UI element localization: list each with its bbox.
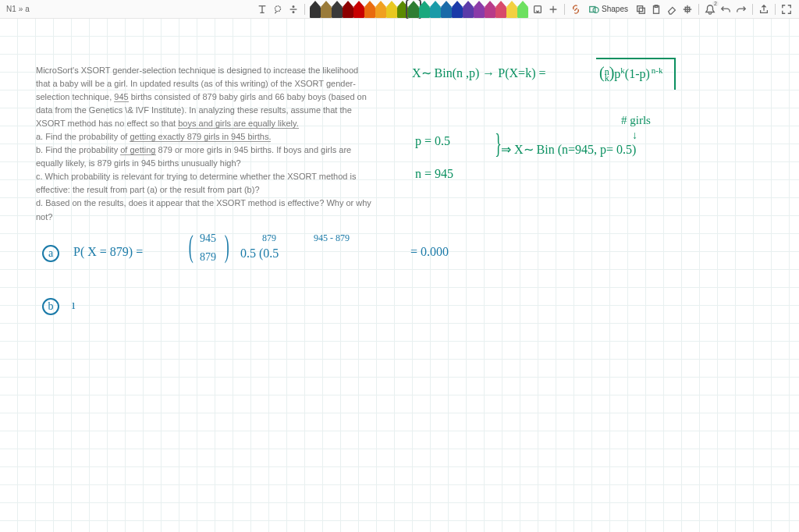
pen-color-12[interactable] — [441, 1, 452, 18]
canvas[interactable]: MicroSort's XSORT gender-selection techn… — [0, 19, 799, 532]
problem-text: MicroSort's XSORT gender-selection techn… — [36, 64, 371, 224]
problem-b2: of getting — [120, 145, 155, 155]
pen-color-14[interactable] — [463, 1, 474, 18]
redo-icon[interactable] — [735, 3, 748, 16]
hand-b-start: ı — [72, 298, 75, 312]
pen-color-2[interactable] — [332, 1, 343, 18]
svg-point-0 — [275, 5, 281, 11]
svg-point-5 — [593, 7, 598, 12]
separator — [698, 4, 699, 15]
grid-icon[interactable] — [681, 3, 694, 16]
pen-palette — [310, 1, 528, 18]
breadcrumb-l2: a — [25, 5, 30, 13]
paste-icon[interactable] — [650, 3, 662, 16]
separator — [304, 4, 305, 15]
hand-imply: ⇒ X∼ Bin (n=945, p= 0.5) — [501, 142, 636, 157]
pen-color-4[interactable] — [353, 1, 364, 18]
pen-color-0[interactable] — [310, 1, 321, 18]
undo-icon[interactable] — [719, 3, 732, 16]
pen-color-13[interactable] — [452, 1, 463, 18]
link-icon[interactable] — [570, 3, 582, 16]
toolbar: N1 » a Shapes 2 — [0, 0, 799, 19]
svg-point-1 — [293, 5, 294, 7]
pen-color-5[interactable] — [364, 1, 375, 18]
hand-binom-top: 945 — [200, 232, 216, 245]
problem-n: 945 — [114, 92, 128, 102]
problem-c: c. Which probability is relevant for try… — [36, 172, 356, 194]
text-tool-icon[interactable] — [256, 3, 268, 16]
hand-a-eq: P( X = 879) = — [73, 245, 143, 259]
problem-a1: a. Find the probability of — [36, 132, 130, 141]
pen-color-6[interactable] — [375, 1, 386, 18]
pen-color-9[interactable] — [408, 1, 419, 18]
pen-color-19[interactable] — [517, 1, 528, 18]
shapes-label: Shapes — [602, 5, 628, 13]
problem-assume: boys and girls are equally likely. — [178, 119, 298, 129]
hand-arrow: ↓ — [632, 129, 637, 142]
pen-color-11[interactable] — [430, 1, 441, 18]
hand-a-result: = 0.000 — [410, 245, 449, 259]
more-dropdown-icon[interactable] — [531, 3, 544, 16]
breadcrumb-l1: N1 — [6, 5, 16, 13]
hand-a-exp1: 879 — [262, 232, 276, 244]
share-icon[interactable] — [758, 3, 770, 16]
pen-color-18[interactable] — [506, 1, 517, 18]
problem-a2: getting exactly 879 girls in 945 births. — [130, 132, 271, 142]
hand-a-mid: 0.5 (0.5 — [240, 246, 279, 261]
problem-d: d. Based on the results, does it appear … — [36, 198, 371, 221]
svg-point-2 — [293, 11, 294, 12]
pen-color-15[interactable] — [474, 1, 485, 18]
problem-b1: b. Find the probability — [36, 145, 120, 154]
pen-color-1[interactable] — [321, 1, 332, 18]
shapes-button[interactable]: Shapes — [585, 2, 631, 16]
separator — [752, 4, 753, 15]
separator — [775, 4, 776, 15]
hand-a-circle: a — [42, 245, 59, 262]
svg-rect-7 — [639, 8, 645, 13]
eraser-icon[interactable] — [666, 3, 678, 16]
divide-icon[interactable] — [287, 3, 300, 16]
hand-n: n = 945 — [415, 167, 453, 181]
lasso-icon[interactable] — [272, 3, 284, 16]
breadcrumb[interactable]: N1 » a — [6, 5, 30, 13]
add-icon[interactable] — [547, 3, 559, 16]
pen-color-10[interactable] — [419, 1, 430, 18]
hand-p: p = 0.5 — [415, 134, 450, 148]
copy-icon[interactable] — [634, 3, 647, 16]
pen-color-3[interactable] — [343, 1, 353, 18]
hand-binom-bot: 879 — [200, 251, 216, 264]
notification-icon[interactable]: 2 — [704, 3, 716, 16]
pen-color-7[interactable] — [386, 1, 397, 18]
pen-color-17[interactable] — [495, 1, 506, 18]
hand-a-exp2: 945 - 879 — [314, 232, 350, 244]
hand-b-circle: b — [42, 298, 59, 315]
fullscreen-icon[interactable] — [780, 3, 793, 16]
breadcrumb-sep: » — [19, 5, 23, 13]
hand-dist: X∼ Bin(n ,p) → P(X=k) = — [412, 66, 545, 80]
pen-color-16[interactable] — [485, 1, 495, 18]
hand-girls-label: # girls — [621, 114, 651, 127]
separator — [564, 4, 565, 15]
svg-rect-6 — [637, 5, 643, 11]
pen-color-8[interactable] — [397, 1, 408, 18]
notification-badge: 2 — [712, 1, 719, 6]
hand-formula-box: (nk)pk(1-p)n-k — [596, 58, 676, 90]
